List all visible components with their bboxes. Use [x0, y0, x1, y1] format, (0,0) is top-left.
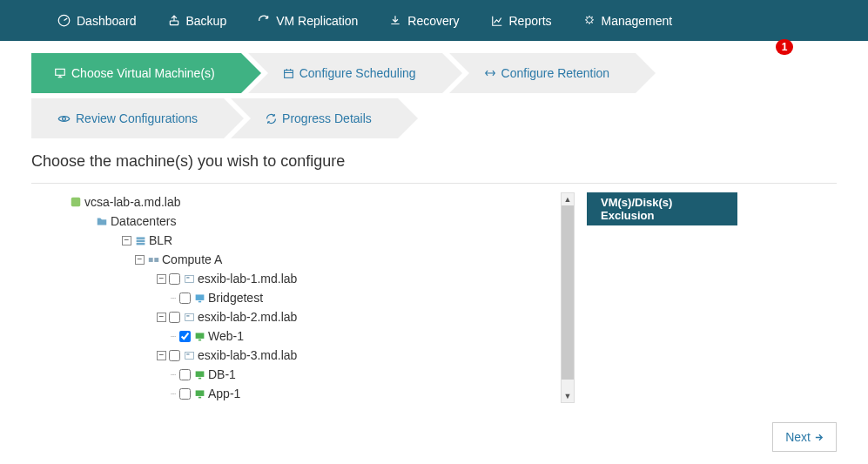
host-checkbox[interactable] — [169, 273, 180, 285]
nav-label: Management — [602, 14, 673, 28]
monitor-icon — [54, 67, 66, 79]
folder-icon — [96, 215, 108, 227]
tree-node-datacenters[interactable]: Datacenters — [70, 212, 557, 231]
tree-node-host[interactable]: − esxib-lab-3.md.lab — [70, 346, 557, 365]
svg-rect-15 — [185, 313, 193, 320]
workarea: vcsa-lab-a.md.lab Datacenters − BLR − Co… — [0, 184, 868, 403]
svg-rect-14 — [198, 300, 200, 302]
expander-icon[interactable]: − — [122, 236, 131, 245]
scroll-thumb[interactable] — [562, 205, 574, 380]
nav-dashboard[interactable]: Dashboard — [42, 0, 152, 41]
refresh-icon — [266, 113, 277, 124]
notification-badge[interactable]: 1 — [776, 39, 793, 55]
tree-node-vm[interactable]: ┈ Web-1 — [70, 326, 557, 346]
tree-node-host[interactable]: − esxib-lab-1.md.lab — [70, 269, 557, 288]
recycle-icon — [484, 67, 496, 79]
step-configure-scheduling[interactable]: Configure Scheduling — [248, 53, 442, 93]
vm-icon — [193, 330, 205, 342]
node-label: esxib-lab-3.md.lab — [198, 348, 297, 362]
host-checkbox[interactable] — [169, 350, 180, 361]
svg-rect-10 — [154, 258, 158, 262]
step-choose-vms[interactable]: Choose Virtual Machine(s) — [31, 53, 241, 93]
svg-rect-20 — [186, 353, 189, 355]
exclusion-panel-header[interactable]: VM(s)/Disk(s) Exclusion — [587, 192, 737, 225]
expander-icon[interactable]: − — [157, 274, 166, 284]
nav-reports[interactable]: Reports — [475, 0, 568, 41]
nav-recovery[interactable]: Recovery — [373, 0, 474, 41]
host-icon — [183, 349, 195, 361]
tree-scrollbar[interactable]: ▲ ▼ — [561, 192, 575, 403]
expander-icon[interactable]: − — [135, 255, 145, 265]
next-button[interactable]: Next — [772, 422, 837, 452]
vm-checkbox[interactable] — [179, 369, 191, 380]
vm-checkbox[interactable] — [179, 388, 191, 400]
tree-node-vm[interactable]: ┈ DB-1 — [70, 365, 557, 384]
tree-node-cluster[interactable]: − Compute A — [70, 250, 557, 269]
vm-icon — [193, 387, 205, 400]
svg-rect-23 — [195, 390, 204, 396]
nav-label: Recovery — [407, 14, 459, 28]
tree-node-datacenter[interactable]: − BLR — [70, 231, 557, 250]
scroll-down-icon[interactable]: ▼ — [562, 390, 574, 402]
svg-rect-1 — [170, 21, 178, 25]
nav-label: Dashboard — [77, 14, 137, 28]
vm-checkbox[interactable] — [179, 293, 191, 304]
vm-tree[interactable]: vcsa-lab-a.md.lab Datacenters − BLR − Co… — [70, 192, 561, 403]
node-label: DB-1 — [208, 367, 236, 381]
share-icon — [258, 15, 270, 27]
node-label: App-1 — [208, 387, 240, 400]
host-icon — [183, 272, 195, 285]
tree-node-vm[interactable]: ┈ Bridgetest — [70, 288, 557, 307]
node-label: esxib-lab-2.md.lab — [198, 310, 297, 324]
svg-rect-6 — [136, 237, 145, 239]
svg-rect-9 — [148, 258, 152, 262]
tree-node-host[interactable]: − esxib-lab-2.md.lab — [70, 307, 557, 326]
node-label: BLR — [149, 233, 172, 247]
tree-connector: ┈ — [171, 332, 175, 341]
step-label: Choose Virtual Machine(s) — [71, 66, 215, 80]
exclusion-label: VM(s)/Disk(s) Exclusion — [601, 196, 723, 222]
tree-connector: ┈ — [171, 293, 175, 303]
vm-tree-panel: vcsa-lab-a.md.lab Datacenters − BLR − Co… — [70, 192, 575, 403]
nav-vm-replication[interactable]: VM Replication — [242, 0, 373, 41]
node-label: Web-1 — [208, 329, 244, 343]
page-heading: Choose the machine(s) you wish to config… — [0, 144, 868, 176]
node-label: Datacenters — [111, 214, 176, 228]
nav-management[interactable]: Management — [568, 0, 689, 41]
node-label: Bridgetest — [208, 291, 263, 305]
vm-icon — [193, 368, 205, 380]
scroll-up-icon[interactable]: ▲ — [562, 193, 574, 205]
host-checkbox[interactable] — [169, 312, 180, 323]
svg-rect-18 — [198, 339, 200, 340]
expander-icon[interactable]: − — [157, 313, 166, 322]
tree-node-root[interactable]: vcsa-lab-a.md.lab — [70, 192, 557, 212]
step-progress-details[interactable]: Progress Details — [231, 98, 398, 138]
svg-rect-8 — [136, 242, 145, 244]
wizard-steps: 1 Choose Virtual Machine(s) Configure Sc… — [0, 41, 868, 144]
datacenter-icon — [134, 234, 146, 246]
expander-icon[interactable]: − — [157, 351, 166, 360]
step-label: Configure Retention — [501, 66, 610, 80]
svg-rect-21 — [195, 371, 204, 377]
svg-rect-12 — [186, 277, 189, 279]
svg-rect-7 — [136, 239, 145, 241]
footer: Next — [0, 403, 868, 452]
host-icon — [183, 311, 195, 323]
svg-rect-16 — [186, 315, 189, 317]
step-configure-retention[interactable]: Configure Retention — [449, 53, 636, 93]
node-label: esxib-lab-1.md.lab — [198, 272, 297, 286]
node-label: vcsa-lab-a.md.lab — [84, 195, 181, 209]
vm-checkbox[interactable] — [179, 331, 191, 342]
calendar-icon — [283, 68, 294, 79]
arrow-right-icon — [814, 433, 824, 442]
nav-label: VM Replication — [276, 14, 358, 28]
step-review-configurations[interactable]: Review Configurations — [31, 98, 224, 138]
nav-backup[interactable]: Backup — [152, 0, 243, 41]
svg-rect-22 — [198, 377, 200, 379]
tree-connector: ┈ — [171, 370, 175, 380]
tree-node-vm[interactable]: ┈ App-1 — [70, 384, 557, 403]
step-label: Configure Scheduling — [299, 66, 416, 80]
next-label: Next — [785, 430, 811, 444]
eye-icon — [57, 112, 71, 125]
step-label: Review Configurations — [76, 111, 198, 125]
